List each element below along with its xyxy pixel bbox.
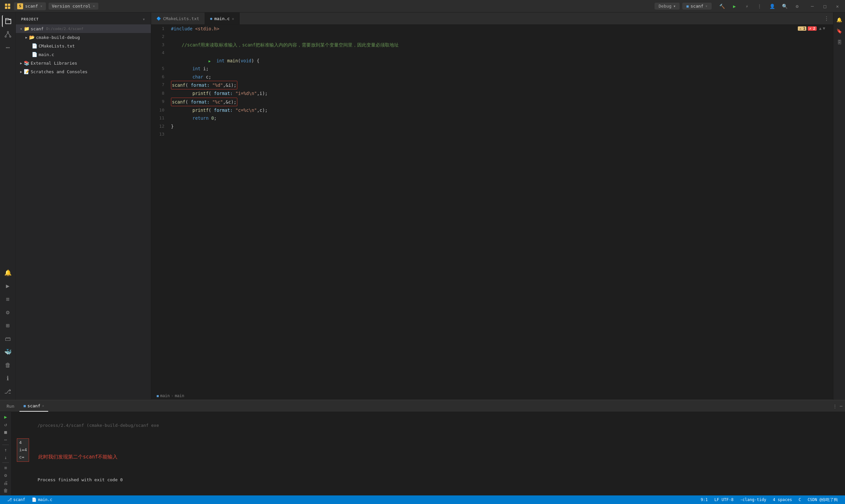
status-user[interactable]: CSDN @你吃了狗 [805, 497, 841, 503]
run-config-label: scanf [690, 4, 703, 8]
line-num-12: 12 [151, 122, 171, 130]
cmake-tab-label: CMakeLists.txt [163, 16, 199, 21]
tree-label-mainc: main.c [39, 52, 54, 57]
run-config-btn[interactable]: ◼ scanf ▾ [682, 3, 712, 10]
tree-item-cmakelists[interactable]: 📄 CMakeLists.txt [16, 41, 151, 50]
scanf-tab-close[interactable]: ✕ [42, 404, 44, 408]
tab-more-btn[interactable]: ⋮ [820, 16, 833, 22]
tab-mainc[interactable]: ● main.c ✕ [205, 13, 240, 24]
code-editor[interactable]: ⚠ 1 ✗ 2 ▲ ▼ 1 #include <stdio.h> 2 [151, 25, 833, 392]
run-panel-icon[interactable]: ▶ [2, 280, 14, 292]
app-name-badge[interactable]: S scanf ▾ [14, 2, 46, 10]
console-filter-icon[interactable]: ⚙ [2, 472, 9, 479]
code-line-2: 2 [151, 33, 833, 40]
database-right-icon[interactable]: 🗄 [835, 38, 844, 47]
debug-config-btn[interactable]: Debug ▾ [654, 3, 680, 10]
database-icon[interactable]: 🗃 [2, 332, 14, 344]
mainc-tab-close[interactable]: ✕ [232, 17, 234, 21]
panel-minimize-icon[interactable]: ─ [840, 404, 842, 409]
console-stop-icon[interactable]: ■ [2, 429, 9, 435]
services-icon[interactable]: ⊞ [2, 319, 14, 331]
console-scroll-up-icon[interactable]: ↑ [2, 447, 9, 453]
svg-point-5 [5, 36, 6, 37]
gutter-nav-up[interactable]: ▲ [819, 26, 822, 31]
file-cmake-icon: 📄 [32, 43, 37, 49]
status-branch[interactable]: ⎇ scanf [4, 496, 29, 504]
tree-item-scratches[interactable]: ▶ 📝 Scratches and Consoles [16, 67, 151, 76]
status-encoding[interactable]: LF UTF-8 [711, 498, 737, 502]
app-menu-icon[interactable] [4, 3, 11, 10]
tree-item-cmake-build[interactable]: ▶ 📂 cmake-build-debug [16, 33, 151, 41]
position-label: 9:1 [701, 498, 708, 502]
search-everywhere-icon[interactable]: 🔍 [781, 3, 788, 10]
status-position[interactable]: 9:1 [698, 498, 711, 502]
svg-line-8 [8, 33, 10, 36]
c-tab-icon: ● [210, 17, 213, 21]
coverage-icon[interactable]: ⚡ [743, 3, 751, 10]
git-icon[interactable]: ⎇ [2, 385, 14, 397]
tree-item-scanf[interactable]: ▾ 📁 scanf D:/code/2.4/scanf [16, 24, 151, 33]
run-tab[interactable]: Run [3, 400, 18, 412]
sidebar-chevron[interactable]: ▾ [143, 17, 145, 22]
version-control-menu[interactable]: Version control ▾ [49, 3, 99, 10]
notifications-right-icon[interactable]: 🔔 [835, 15, 844, 24]
scanf-tab-icon: ■ [23, 404, 26, 408]
console-settings-icon[interactable]: ⋯ [2, 436, 9, 443]
svg-rect-2 [5, 6, 7, 9]
gutter-nav-down[interactable]: ▼ [823, 26, 825, 31]
status-file[interactable]: 📄 main.c [29, 496, 55, 504]
code-line-8: 8 printf( format: "i=%d\n",i); [151, 89, 833, 97]
code-line-13: 13 [151, 130, 833, 138]
line-content-5: int i; [171, 65, 833, 73]
code-line-11: 11 return 0; [151, 114, 833, 122]
tree-item-ext-libs[interactable]: ▶ 📚 External Libraries [16, 59, 151, 67]
tree-arrow-scratches: ▶ [18, 69, 24, 74]
terminal-icon[interactable]: ≡ [2, 293, 14, 305]
minimize-btn[interactable]: ─ [809, 3, 816, 10]
console-trash-icon[interactable]: 🗑 [2, 487, 9, 493]
notifications-icon[interactable]: 🔔 [2, 267, 14, 278]
plugins-icon[interactable]: ⋯ [2, 41, 14, 53]
maximize-btn[interactable]: □ [821, 3, 828, 10]
settings-icon[interactable]: ⚙ [793, 3, 801, 10]
window-buttons: ─ □ ✕ [809, 3, 841, 10]
console-run-icon[interactable]: ▶ [2, 414, 9, 420]
breadcrumb: ◼ main › main [151, 392, 833, 400]
tree-label-scanf: scanf [31, 26, 43, 31]
console-rerun-icon[interactable]: ↺ [2, 421, 9, 428]
trash-icon[interactable]: 🗑 [2, 359, 14, 371]
line-content-10: printf( format: "c=%c\n",c); [171, 106, 833, 114]
svg-rect-1 [8, 4, 10, 6]
info-icon[interactable]: ℹ [2, 372, 14, 384]
bookmarks-icon[interactable]: 🔖 [835, 26, 844, 36]
main-area: ⋯ 🔔 ▶ ≡ ⚙ ⊞ 🗃 🐳 🗑 ℹ ⎇ Project ▾ ▾ 📁 scan… [0, 13, 845, 400]
line-num-7: 7 [151, 81, 171, 89]
panel-more-icon[interactable]: ⋮ [833, 404, 837, 409]
profile-icon[interactable]: 👤 [769, 3, 776, 10]
debug-panel-icon[interactable]: ⚙ [2, 306, 14, 318]
docker-icon[interactable]: 🐳 [2, 346, 14, 358]
project-tree: ▾ 📁 scanf D:/code/2.4/scanf ▶ 📂 cmake-bu… [16, 24, 151, 400]
status-spaces[interactable]: 4 spaces [770, 498, 795, 502]
close-btn[interactable]: ✕ [834, 3, 841, 10]
structure-icon[interactable] [2, 29, 14, 40]
tree-label-ext-libs: External Libraries [31, 61, 77, 66]
svg-rect-0 [5, 4, 7, 6]
tab-cmakelists[interactable]: 🔷 CMakeLists.txt [151, 13, 205, 24]
hammer-icon[interactable]: 🔨 [718, 3, 725, 10]
scanf-tab[interactable]: ■ scanf ✕ [19, 400, 48, 412]
console-output[interactable]: /process/2.4/scanf (cmake-build-debug/sc… [12, 412, 845, 496]
explorer-icon[interactable] [2, 15, 14, 27]
run-gutter-icon[interactable]: ▶ [209, 58, 215, 65]
status-lang[interactable]: C [795, 498, 804, 502]
tree-arrow-scanf: ▾ [18, 26, 24, 31]
tree-item-mainc[interactable]: 📄 main.c [16, 50, 151, 59]
console-scroll-down-icon[interactable]: ↓ [2, 454, 9, 461]
more-actions-icon[interactable]: ⋮ [756, 3, 763, 10]
tree-label-cmakelists: CMakeLists.txt [39, 43, 75, 49]
console-wrap-icon[interactable]: ≡ [2, 465, 9, 471]
console-print-icon[interactable]: 🖨 [2, 480, 9, 486]
status-clang[interactable]: -clang-tidy [737, 498, 770, 502]
run-icon[interactable]: ▶ [731, 3, 738, 10]
error-count-badge: ✗ 2 [808, 26, 816, 31]
